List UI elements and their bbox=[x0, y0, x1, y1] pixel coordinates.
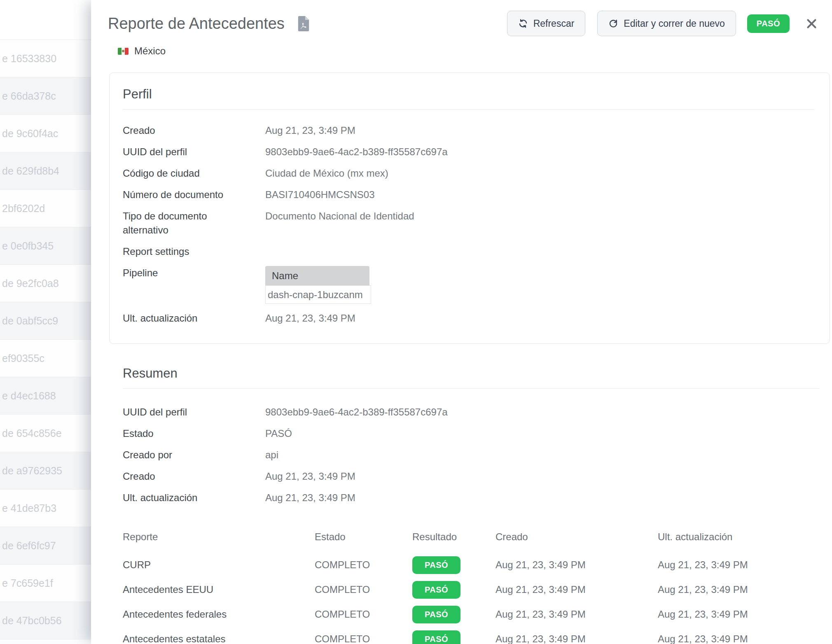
report-name: Antecedentes federales bbox=[123, 609, 315, 620]
field-label: Creado bbox=[123, 469, 238, 483]
sidebar-item[interactable]: de 0abf5cc9 bbox=[0, 302, 91, 340]
perfil-card: Perfil Creado Aug 21, 23, 3:49 PM UUID d… bbox=[109, 72, 830, 344]
sidebar-item[interactable]: e 41de87b3 bbox=[0, 490, 91, 527]
report-created: Aug 21, 23, 3:49 PM bbox=[495, 633, 658, 644]
sidebar-item[interactable]: de 654c856e bbox=[0, 415, 91, 452]
field-label: Creado bbox=[123, 124, 238, 138]
table-row: Antecedentes federales COMPLETO PASÓ Aug… bbox=[123, 602, 832, 627]
sidebar-item[interactable]: e 0e0fb345 bbox=[0, 227, 91, 265]
field-value: api bbox=[265, 448, 820, 462]
refresh-label: Refrescar bbox=[533, 18, 575, 29]
table-row: Antecedentes EEUU COMPLETO PASÓ Aug 21, … bbox=[123, 577, 832, 602]
sidebar-item[interactable]: e 66da378c bbox=[0, 77, 91, 115]
country-row: México bbox=[118, 45, 832, 57]
sidebar-item[interactable]: de 47bc0b56 bbox=[0, 602, 91, 639]
sidebar-item[interactable]: de 9c60f4ac bbox=[0, 115, 91, 152]
field-label: Ult. actualización bbox=[123, 491, 238, 505]
field-label: Número de documento bbox=[123, 188, 238, 202]
sidebar-item[interactable]: e 16533830 bbox=[0, 40, 91, 77]
result-badge: PASÓ bbox=[412, 630, 460, 644]
report-state: COMPLETO bbox=[315, 609, 412, 620]
col-header: Creado bbox=[495, 531, 658, 543]
field-label: UUID del perfil bbox=[123, 405, 238, 419]
close-button[interactable] bbox=[806, 18, 817, 29]
sidebar-item[interactable]: de 6ef6fc97 bbox=[0, 527, 91, 565]
perfil-heading: Perfil bbox=[123, 87, 815, 110]
page-title: Reporte de Antecedentes bbox=[108, 15, 285, 33]
refresh-icon bbox=[518, 19, 528, 28]
field-label: Creado por bbox=[123, 448, 238, 462]
download-pdf-icon[interactable] bbox=[297, 16, 310, 31]
field-label: Código de ciudad bbox=[123, 166, 238, 180]
reports-table: Reporte Estado Resultado Creado Ult. act… bbox=[123, 531, 832, 644]
sidebar-item[interactable]: de a9762935 bbox=[0, 452, 91, 490]
field-label: UUID del perfil bbox=[123, 145, 238, 159]
screen: e 16533830 e 66da378c de 9c60f4ac de 629… bbox=[0, 0, 832, 644]
reports-table-header: Reporte Estado Resultado Creado Ult. act… bbox=[123, 531, 832, 553]
field-label: Tipo de documento alternativo bbox=[123, 209, 238, 237]
field-value: 9803ebb9-9ae6-4ac2-b389-ff35587c697a bbox=[265, 405, 820, 419]
table-row: Antecedentes estatales COMPLETO PASÓ Aug… bbox=[123, 627, 832, 644]
field-label: Estado bbox=[123, 427, 238, 441]
report-updated: Aug 21, 23, 3:49 PM bbox=[658, 584, 832, 595]
report-drawer: Reporte de Antecedentes bbox=[91, 0, 832, 644]
report-created: Aug 21, 23, 3:49 PM bbox=[495, 609, 658, 620]
country-label: México bbox=[134, 45, 166, 57]
table-row: CURP COMPLETO PASÓ Aug 21, 23, 3:49 PM A… bbox=[123, 553, 832, 577]
sidebar-top-spacer bbox=[0, 0, 91, 40]
sidebar-item[interactable]: 2bf6202d bbox=[0, 190, 91, 227]
edit-rerun-button[interactable]: Editar y correr de nuevo bbox=[597, 11, 736, 36]
report-state: COMPLETO bbox=[315, 633, 412, 644]
col-header: Reporte bbox=[123, 531, 315, 543]
field-value: 9803ebb9-9ae6-4ac2-b389-ff35587c697a bbox=[265, 145, 815, 159]
field-value: Ciudad de México (mx mex) bbox=[265, 166, 815, 180]
field-label: Ult. actualización bbox=[123, 311, 238, 325]
sidebar-item[interactable]: de 9e2fc0a8 bbox=[0, 265, 91, 302]
report-name: CURP bbox=[123, 559, 315, 571]
sidebar-item[interactable]: de 629fd8b4 bbox=[0, 152, 91, 190]
pipeline-table: Name dash-cnap-1buzcanm bbox=[265, 266, 369, 304]
sidebar-item[interactable]: e d4ec1688 bbox=[0, 377, 91, 415]
col-header: Resultado bbox=[412, 531, 495, 543]
result-badge: PASÓ bbox=[412, 581, 460, 599]
resumen-heading: Resumen bbox=[123, 366, 820, 389]
mexico-flag-icon bbox=[118, 48, 129, 55]
col-header: Estado bbox=[315, 531, 412, 543]
field-value bbox=[265, 245, 815, 259]
pipeline-label: Pipeline bbox=[123, 266, 238, 304]
pipeline-table-cell: dash-cnap-1buzcanm bbox=[265, 285, 371, 304]
field-value: Aug 21, 23, 3:49 PM bbox=[265, 491, 820, 505]
field-value: Aug 21, 23, 3:49 PM bbox=[265, 124, 815, 138]
resumen-rows: UUID del perfil 9803ebb9-9ae6-4ac2-b389-… bbox=[123, 405, 820, 505]
report-name: Antecedentes estatales bbox=[123, 633, 315, 644]
report-updated: Aug 21, 23, 3:49 PM bbox=[658, 609, 832, 620]
sidebar-item[interactable]: e 7c659e1f bbox=[0, 565, 91, 602]
report-updated: Aug 21, 23, 3:49 PM bbox=[658, 559, 832, 571]
sidebar: e 16533830 e 66da378c de 9c60f4ac de 629… bbox=[0, 0, 91, 644]
report-state: COMPLETO bbox=[315, 584, 412, 595]
report-name: Antecedentes EEUU bbox=[123, 584, 315, 595]
drawer-header: Reporte de Antecedentes bbox=[91, 0, 832, 36]
field-value: PASÓ bbox=[265, 427, 820, 441]
col-header: Ult. actualización bbox=[658, 531, 832, 543]
field-label: Report settings bbox=[123, 245, 238, 259]
field-value: Documento Nacional de Identidad bbox=[265, 209, 815, 237]
report-state: COMPLETO bbox=[315, 559, 412, 571]
result-badge: PASÓ bbox=[412, 606, 460, 623]
perfil-rows: Creado Aug 21, 23, 3:49 PM UUID del perf… bbox=[123, 124, 815, 325]
resumen-section: Resumen UUID del perfil 9803ebb9-9ae6-4a… bbox=[109, 366, 820, 505]
rerun-icon bbox=[608, 19, 618, 28]
refresh-button[interactable]: Refrescar bbox=[507, 11, 586, 36]
field-value: Aug 21, 23, 3:49 PM bbox=[265, 311, 815, 325]
report-updated: Aug 21, 23, 3:49 PM bbox=[658, 633, 832, 644]
status-badge: PASÓ bbox=[747, 14, 790, 33]
pipeline-table-header: Name bbox=[265, 266, 369, 285]
sidebar-list: e 16533830 e 66da378c de 9c60f4ac de 629… bbox=[0, 40, 91, 639]
sidebar-item[interactable]: ef90355c bbox=[0, 340, 91, 377]
rerun-label: Editar y correr de nuevo bbox=[624, 18, 724, 29]
report-created: Aug 21, 23, 3:49 PM bbox=[495, 559, 658, 571]
report-created: Aug 21, 23, 3:49 PM bbox=[495, 584, 658, 595]
result-badge: PASÓ bbox=[412, 556, 460, 574]
field-value: BASI710406HMCSNS03 bbox=[265, 188, 815, 202]
field-value: Aug 21, 23, 3:49 PM bbox=[265, 469, 820, 483]
